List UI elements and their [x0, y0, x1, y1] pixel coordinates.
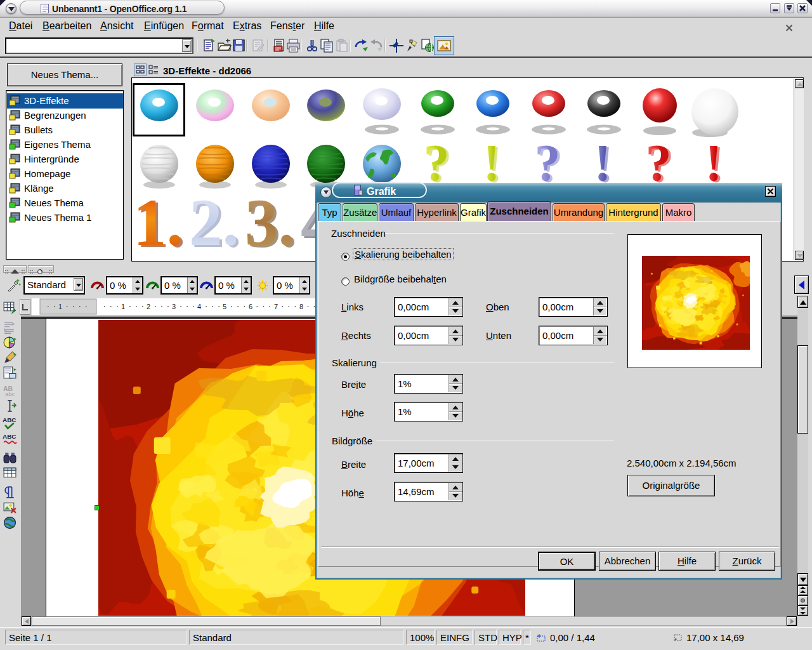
svg-text:1: 1 [121, 303, 125, 310]
svg-text:2: 2 [147, 303, 150, 310]
svg-text:8: 8 [299, 303, 303, 310]
svg-text:3: 3 [172, 303, 176, 310]
svg-text:7: 7 [274, 303, 278, 310]
svg-text:2.: 2. [189, 185, 239, 260]
svg-text:6: 6 [249, 303, 252, 310]
svg-text:ABC: ABC [3, 433, 16, 440]
svg-text:1: 1 [58, 303, 62, 310]
svg-text:5: 5 [223, 303, 226, 310]
svg-text:3.: 3. [245, 185, 295, 260]
svg-text:abc: abc [5, 390, 15, 397]
svg-text:4: 4 [197, 303, 201, 310]
svg-text:ABC: ABC [3, 416, 16, 423]
svg-text:1.: 1. [133, 185, 183, 260]
